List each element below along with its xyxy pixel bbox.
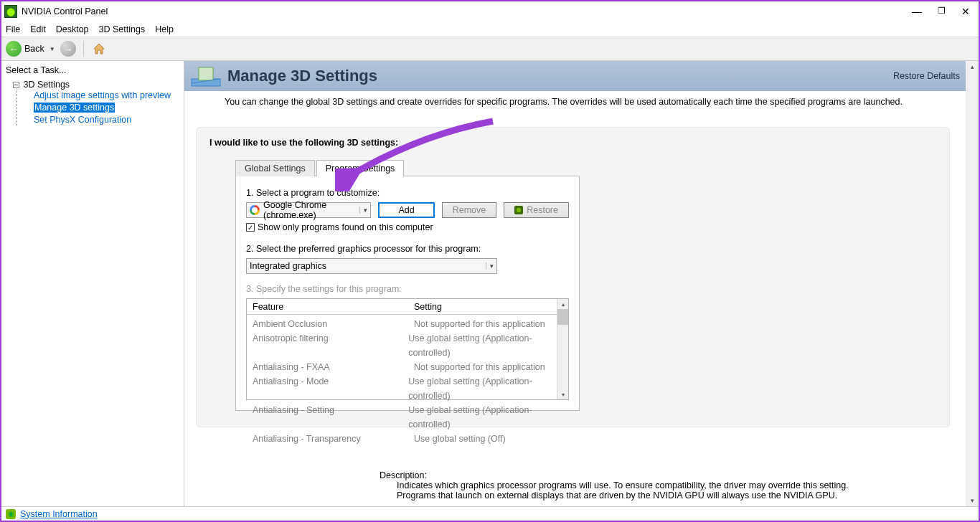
description-line: Programs that launch on external display…: [397, 490, 957, 500]
task-sidebar: Select a Task... − 3D Settings Adjust im…: [1, 61, 184, 506]
page-header: Manage 3D Settings Restore Defaults: [184, 61, 966, 91]
tree-item-manage-3d[interactable]: Manage 3D settings: [34, 102, 178, 114]
chrome-icon: [250, 205, 260, 215]
page-intro: You can change the global 3D settings an…: [184, 91, 979, 114]
menu-3d-settings[interactable]: 3D Settings: [99, 24, 146, 34]
forward-button[interactable]: →: [60, 41, 76, 57]
back-button[interactable]: ← Back: [6, 41, 44, 57]
menu-help[interactable]: Help: [155, 24, 174, 34]
system-information-link[interactable]: System Information: [20, 509, 98, 519]
table-scrollbar[interactable]: ▴ ▾: [557, 299, 568, 399]
step2-label: 2. Select the preferred graphics process…: [246, 244, 569, 254]
scroll-thumb[interactable]: [557, 309, 568, 325]
minimize-button[interactable]: —: [912, 6, 922, 17]
restore-button: Restore: [504, 202, 569, 218]
step3-label: 3. Specify the settings for this program…: [246, 284, 569, 294]
table-row[interactable]: Antialiasing - ModeUse global setting (A…: [253, 374, 568, 403]
table-row[interactable]: Ambient OcclusionNot supported for this …: [253, 317, 568, 331]
window-title: NVIDIA Control Panel: [22, 6, 108, 16]
toolbar-separator: [83, 41, 84, 57]
tree-item-physx[interactable]: Set PhysX Configuration: [34, 114, 178, 126]
description-header: Description:: [380, 470, 957, 480]
col-feature: Feature: [253, 302, 414, 312]
collapse-icon[interactable]: −: [13, 82, 19, 88]
tree-category-3d-settings[interactable]: − 3D Settings: [13, 80, 178, 90]
scroll-down-icon[interactable]: ▾: [557, 389, 568, 399]
window-controls: — ❐ ✕: [912, 6, 976, 17]
chevron-down-icon: ▾: [486, 262, 494, 270]
main-content: Manage 3D Settings Restore Defaults You …: [184, 61, 979, 506]
back-history-dropdown[interactable]: ▼: [47, 46, 57, 52]
tab-strip: Global Settings Program Settings: [235, 159, 936, 176]
panel-lead: I would like to use the following 3D set…: [209, 138, 936, 148]
table-row[interactable]: Anisotropic filteringUse global setting …: [253, 331, 568, 360]
close-button[interactable]: ✕: [961, 6, 970, 17]
tree-item-adjust-image[interactable]: Adjust image settings with preview: [34, 90, 178, 102]
title-bar: ⬤ NVIDIA Control Panel — ❐ ✕: [1, 1, 979, 22]
restore-defaults-link[interactable]: Restore Defaults: [893, 71, 960, 81]
table-header: Feature Setting: [247, 299, 568, 315]
main-scrollbar[interactable]: ▴ ▾: [966, 61, 979, 506]
tab-program-settings[interactable]: Program Settings: [316, 160, 405, 176]
nav-toolbar: ← Back ▼ →: [1, 37, 979, 61]
remove-button: Remove: [442, 202, 497, 218]
add-button[interactable]: Add: [378, 202, 434, 218]
scroll-up-icon[interactable]: ▴: [966, 61, 979, 72]
table-row[interactable]: Antialiasing - FXAANot supported for thi…: [253, 360, 568, 374]
tab-global-settings[interactable]: Global Settings: [235, 160, 315, 176]
scroll-down-icon[interactable]: ▾: [966, 495, 979, 506]
show-only-found-checkbox[interactable]: ✓ Show only programs found on this compu…: [246, 222, 569, 232]
col-setting: Setting: [414, 302, 442, 312]
menu-desktop[interactable]: Desktop: [56, 24, 89, 34]
menu-file[interactable]: File: [6, 24, 20, 34]
description-block: Description: Indicates which graphics pr…: [380, 470, 957, 500]
settings-table: Feature Setting Ambient OcclusionNot sup…: [246, 298, 569, 400]
page-title: Manage 3D Settings: [227, 67, 377, 85]
chevron-down-icon: ▾: [359, 207, 367, 214]
scroll-up-icon[interactable]: ▴: [557, 299, 568, 309]
program-select[interactable]: Google Chrome (chrome.exe) ▾: [246, 202, 371, 218]
maximize-button[interactable]: ❐: [938, 6, 946, 17]
step1-label: 1. Select a program to customize:: [246, 188, 569, 198]
program-select-value: Google Chrome (chrome.exe): [263, 200, 359, 220]
home-icon: [92, 42, 106, 56]
status-bar: ◉ System Information: [1, 506, 979, 521]
description-line: Indicates which graphics processor progr…: [397, 480, 957, 490]
settings-panel: I would like to use the following 3D set…: [196, 127, 950, 427]
back-label: Back: [24, 44, 44, 54]
checkbox-checked-icon: ✓: [246, 223, 255, 232]
gpu-select[interactable]: Integrated graphics ▾: [246, 258, 497, 274]
info-icon: ◉: [6, 509, 16, 519]
menu-bar: File Edit Desktop 3D Settings Help: [1, 22, 979, 37]
program-settings-body: 1. Select a program to customize: Google…: [235, 176, 580, 411]
menu-edit[interactable]: Edit: [30, 24, 46, 34]
nvidia-eye-icon: [514, 206, 523, 214]
home-button[interactable]: [91, 41, 107, 57]
page-header-icon: [189, 63, 223, 89]
svg-rect-1: [199, 67, 213, 80]
app-icon: ⬤: [4, 5, 17, 18]
gpu-select-value: Integrated graphics: [250, 261, 486, 271]
sidebar-header: Select a Task...: [1, 64, 184, 77]
table-row[interactable]: Antialiasing - SettingUse global setting…: [253, 403, 568, 432]
table-row[interactable]: Antialiasing - TransparencyUse global se…: [253, 432, 568, 446]
back-arrow-icon: ←: [6, 41, 22, 57]
checkbox-label: Show only programs found on this compute…: [258, 222, 433, 232]
